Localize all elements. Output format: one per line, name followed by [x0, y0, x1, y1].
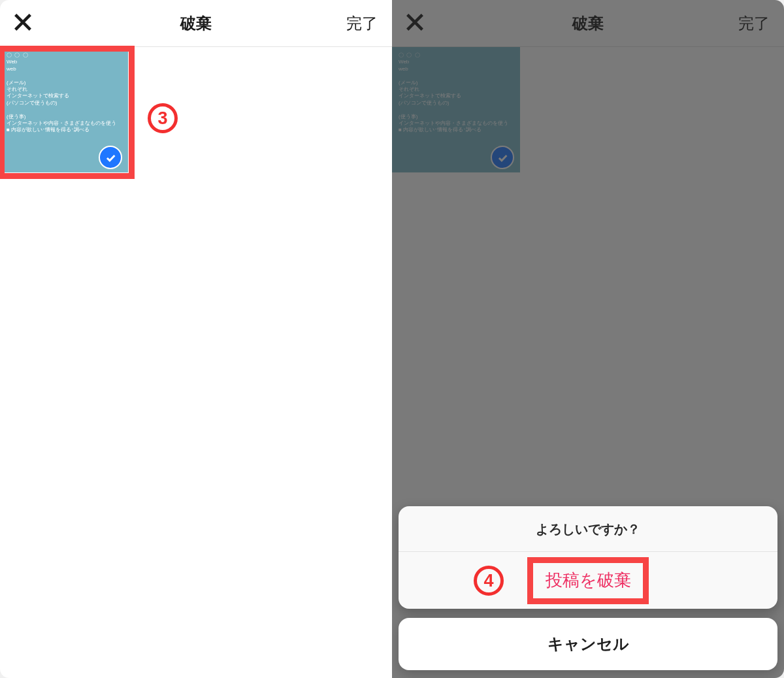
close-icon[interactable]: [12, 11, 34, 36]
left-pane: 破棄 完了 〇 〇 〇 Web web (メール) それぞれ インターネットで検…: [0, 0, 392, 678]
right-pane: 破棄 完了 〇 〇 〇 Web web (メール) それぞれ インターネットで検…: [392, 0, 784, 678]
annotation-marker-3: 3: [148, 103, 178, 133]
left-title: 破棄: [0, 13, 392, 34]
discard-post-label: 投稿を破棄: [546, 570, 631, 590]
action-sheet: よろしいですか？ 投稿を破棄: [399, 506, 777, 609]
left-header: 破棄 完了: [0, 0, 392, 47]
checkmark-icon[interactable]: [99, 146, 122, 169]
thumbnail-area: 〇 〇 〇 Web web (メール) それぞれ インターネットで検索する (パ…: [0, 47, 131, 178]
sheet-title: よろしいですか？: [399, 506, 777, 552]
cancel-button[interactable]: キャンセル: [399, 618, 777, 670]
done-button-left[interactable]: 完了: [346, 13, 378, 34]
action-sheet-zone: よろしいですか？ 投稿を破棄 キャンセル: [399, 506, 777, 670]
discard-post-button[interactable]: 投稿を破棄: [399, 552, 777, 609]
